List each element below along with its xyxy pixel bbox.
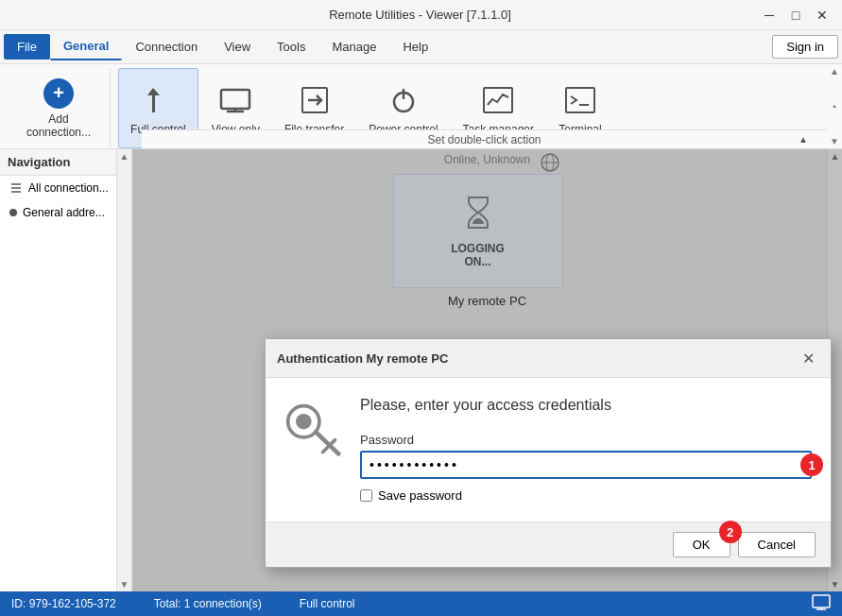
nav-scroll-up[interactable]: ▲ xyxy=(120,151,129,162)
ribbon-scroll-up[interactable]: ▲ xyxy=(830,66,839,77)
dialog-title-bar: Authentication My remote PC ✕ xyxy=(266,339,831,378)
password-label: Password xyxy=(360,433,812,447)
dialog-overlay: Authentication My remote PC ✕ xyxy=(132,149,842,591)
ok-btn-wrapper: OK 2 xyxy=(673,532,730,557)
ribbon-scroll-middle: ▪ xyxy=(833,101,836,111)
menu-tab-view[interactable]: View xyxy=(211,34,264,60)
navigation-header: Navigation xyxy=(0,149,131,176)
menu-tab-general[interactable]: General xyxy=(50,33,122,60)
dialog-heading: Please, enter your access credentials xyxy=(360,397,812,414)
svg-rect-0 xyxy=(221,90,249,109)
general-address-dot xyxy=(9,209,17,216)
ribbon-collapse-icon[interactable]: ▲ xyxy=(799,134,808,145)
svg-line-20 xyxy=(323,447,329,453)
nav-scroll-down[interactable]: ▼ xyxy=(120,579,129,590)
menu-tab-help[interactable]: Help xyxy=(389,34,441,60)
authentication-dialog: Authentication My remote PC ✕ xyxy=(265,338,832,568)
navigation-sidebar: Navigation All connection... General add… xyxy=(0,149,132,591)
dialog-close-button[interactable]: ✕ xyxy=(797,347,819,369)
step-2-indicator: 2 xyxy=(719,521,742,543)
save-password-checkbox[interactable] xyxy=(360,489,372,502)
task-manager-icon xyxy=(479,81,517,119)
key-icon-area xyxy=(284,397,341,503)
all-connections-label: All connection... xyxy=(28,181,109,195)
add-icon: + xyxy=(43,78,74,109)
add-connection-label: Addconnection... xyxy=(26,112,91,139)
nav-scrollbar: ▲ ▼ xyxy=(116,149,131,591)
svg-rect-8 xyxy=(566,88,594,112)
window-controls: ─ □ ✕ xyxy=(757,6,834,25)
status-tray-icon xyxy=(812,594,831,611)
cancel-button[interactable]: Cancel xyxy=(738,532,816,557)
full-control-icon xyxy=(139,81,177,119)
svg-rect-21 xyxy=(813,595,830,607)
step-1-indicator: 1 xyxy=(800,453,823,476)
password-field-row: 1 xyxy=(360,451,812,479)
nav-item-general-address[interactable]: General addre... xyxy=(0,200,131,225)
svg-point-17 xyxy=(296,414,312,430)
general-address-label: General addre... xyxy=(23,206,105,219)
ribbon: + Addconnection... Full control View o xyxy=(0,64,842,149)
password-input[interactable] xyxy=(360,451,812,479)
close-button[interactable]: ✕ xyxy=(810,6,834,25)
menu-tab-tools[interactable]: Tools xyxy=(264,34,318,60)
svg-line-18 xyxy=(316,432,338,453)
view-only-icon xyxy=(216,81,254,119)
set-double-click-action[interactable]: Set double-click action ▲ xyxy=(142,129,827,148)
dialog-content: Please, enter your access credentials Pa… xyxy=(360,397,812,503)
title-bar: Remote Utilities - Viewer [7.1.1.0] ─ □ … xyxy=(0,0,842,30)
maximize-button[interactable]: □ xyxy=(783,6,808,25)
main-area: Navigation All connection... General add… xyxy=(0,149,842,591)
add-connection-button[interactable]: + Addconnection... xyxy=(19,73,98,145)
power-control-icon xyxy=(385,81,422,119)
content-area: Online, Unknown LOGGINGON... My remote P… xyxy=(132,149,842,591)
dialog-footer: OK 2 Cancel xyxy=(266,522,831,567)
minimize-button[interactable]: ─ xyxy=(757,6,782,25)
menu-bar: File General Connection View Tools Manag… xyxy=(0,30,842,64)
status-icon-area xyxy=(812,594,831,614)
file-transfer-icon xyxy=(296,81,334,119)
save-password-row: Save password xyxy=(360,488,812,503)
status-id: ID: 979-162-105-372 xyxy=(11,597,116,610)
status-connections: Total: 1 connection(s) xyxy=(154,597,262,610)
menu-tab-connection[interactable]: Connection xyxy=(122,34,211,60)
nav-item-all-connections[interactable]: All connection... xyxy=(0,176,131,200)
status-mode: Full control xyxy=(300,597,355,610)
terminal-icon xyxy=(561,81,599,119)
app-title: Remote Utilities - Viewer [7.1.1.0] xyxy=(83,8,757,22)
dialog-body: Please, enter your access credentials Pa… xyxy=(266,378,831,522)
ribbon-scroll-down[interactable]: ▼ xyxy=(830,136,839,146)
menu-tab-manage[interactable]: Manage xyxy=(318,34,389,60)
ribbon-scrollbar: ▲ ▪ ▼ xyxy=(827,64,842,148)
sign-in-button[interactable]: Sign in xyxy=(772,35,838,59)
key-icon xyxy=(284,397,341,463)
list-icon xyxy=(9,181,23,195)
dialog-title: Authentication My remote PC xyxy=(277,351,448,366)
save-password-label: Save password xyxy=(378,488,462,503)
status-bar: ID: 979-162-105-372 Total: 1 connection(… xyxy=(0,591,842,616)
svg-line-19 xyxy=(330,440,335,446)
menu-tab-file[interactable]: File xyxy=(4,34,50,60)
ribbon-left: + Addconnection... xyxy=(8,68,111,148)
